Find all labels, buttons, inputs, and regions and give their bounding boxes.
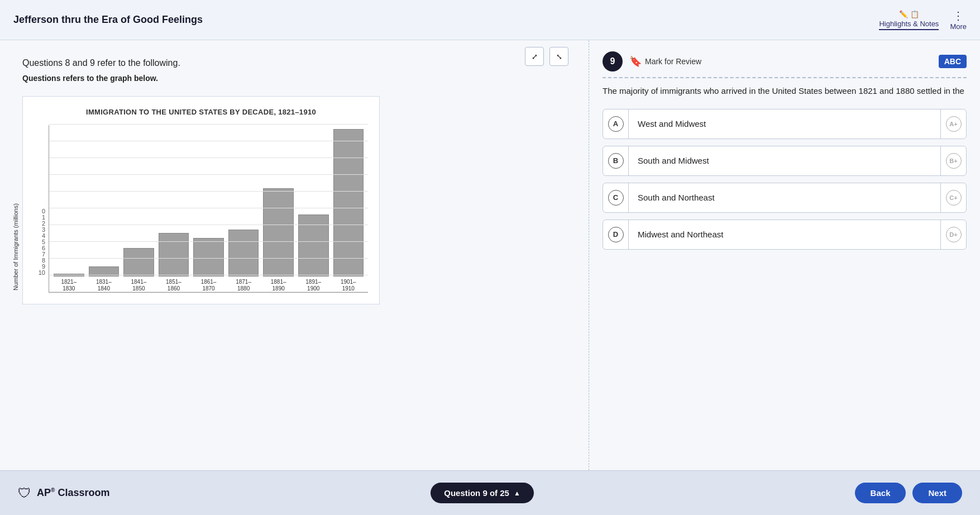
more-dots-icon: ⋮ — [953, 9, 964, 22]
answer-choice[interactable]: C South and Northeast C+ — [603, 183, 967, 213]
choice-text: South and Northeast — [629, 185, 940, 210]
bar-group: 1831–1840 — [89, 266, 119, 292]
bar — [159, 233, 189, 276]
chart-title: IMMIGRATION TO THE UNITED STATES BY DECA… — [34, 108, 368, 116]
expand-left-button[interactable]: ⤢ — [525, 47, 544, 66]
choice-circle: C — [608, 190, 624, 206]
question-header: 9 🔖 Mark for Review ABC — [603, 51, 967, 78]
mark-for-review-button[interactable]: 🔖 Mark for Review — [629, 55, 701, 68]
choice-letter-badge: A — [603, 109, 629, 139]
shield-icon: 🛡 — [18, 485, 31, 501]
choice-right-badge: A+ — [940, 109, 966, 139]
bar-group: 1861–1870 — [193, 238, 224, 292]
pencil-icon: ✏️ — [899, 10, 908, 18]
bar-label: 1821–1830 — [61, 279, 77, 292]
bar-label: 1861–1870 — [201, 279, 217, 292]
bar — [263, 188, 294, 276]
notes-icon: 📋 — [910, 10, 919, 18]
collapse-icon: ⤡ — [556, 53, 562, 61]
footer-buttons: Back Next — [855, 483, 962, 503]
bar-group: 1821–1830 — [54, 274, 84, 292]
choice-circle: D — [608, 227, 624, 242]
bar-group: 1851–1860 — [159, 233, 189, 292]
choice-letter-badge: B — [603, 146, 629, 175]
bar-group: 1891–1900 — [298, 214, 329, 292]
choice-circle: A — [608, 116, 624, 132]
choice-text: West and Midwest — [629, 111, 940, 136]
abc-badge: ABC — [939, 55, 967, 68]
bar — [54, 274, 84, 276]
question-number-badge: 9 — [603, 51, 623, 71]
page-title: Jefferson thru the Era of Good Feelings — [13, 14, 203, 26]
right-panel: 9 🔖 Mark for Review ABC The majority of … — [589, 40, 980, 470]
expand-icon: ⤢ — [532, 53, 538, 61]
choice-text: Midwest and Northeast — [629, 222, 940, 247]
answer-choice[interactable]: D Midwest and Northeast D+ — [603, 220, 967, 250]
ap-logo: 🛡 AP® Classroom — [18, 485, 109, 501]
bar-label: 1891–1900 — [305, 279, 321, 292]
answer-choice[interactable]: A West and Midwest A+ — [603, 109, 967, 139]
choice-circle: B — [608, 153, 624, 169]
left-panel: ⤢ ⤡ Questions 8 and 9 refer to the follo… — [0, 40, 589, 470]
circle-letter-right: A+ — [946, 116, 962, 132]
y-axis-label: Number of Immigrants (millions) — [0, 40, 31, 454]
bar-label: 1831–1840 — [96, 279, 112, 292]
circle-letter-right: D+ — [946, 227, 962, 242]
bar — [89, 266, 119, 276]
back-button[interactable]: Back — [855, 483, 906, 503]
chevron-up-icon: ▲ — [514, 489, 520, 497]
bar — [123, 248, 154, 276]
chart-container: IMMIGRATION TO THE UNITED STATES BY DECA… — [22, 96, 380, 304]
bar — [228, 230, 259, 276]
bar-label: 1851–1860 — [166, 279, 181, 292]
choice-right-badge: C+ — [940, 183, 966, 212]
next-button[interactable]: Next — [912, 483, 962, 503]
passage-subtext: Questions refers to the graph below. — [22, 74, 566, 83]
highlights-notes-button[interactable]: ✏️ 📋 Highlights & Notes — [879, 10, 939, 30]
bar-group: 1881–1890 — [263, 188, 294, 292]
header-actions: ✏️ 📋 Highlights & Notes ⋮ More — [879, 9, 967, 31]
question-nav-button[interactable]: Question 9 of 25 ▲ — [431, 483, 534, 503]
bar — [333, 129, 364, 276]
footer: 🛡 AP® Classroom Question 9 of 25 ▲ Back … — [0, 470, 980, 515]
choice-right-badge: B+ — [940, 146, 966, 175]
mark-for-review-label: Mark for Review — [645, 57, 701, 66]
ap-classroom-text: AP® Classroom — [37, 487, 109, 499]
question-text: The majority of immigrants who arrived i… — [603, 85, 967, 98]
choice-letter-badge: D — [603, 220, 629, 249]
bar-label: 1901–1910 — [341, 279, 356, 292]
circle-letter-right: C+ — [946, 190, 962, 206]
main-content: ⤢ ⤡ Questions 8 and 9 refer to the follo… — [0, 40, 980, 470]
bar-label: 1841–1850 — [131, 279, 147, 292]
bar-chart: 1821–18301831–18401841–18501851–18601861… — [49, 125, 368, 293]
collapse-button[interactable]: ⤡ — [549, 47, 568, 66]
bar — [298, 214, 329, 276]
bar-label: 1881–1890 — [271, 279, 286, 292]
bar-group: 1901–1910 — [333, 129, 364, 292]
bar-group: 1871–1880 — [228, 230, 259, 292]
choice-letter-badge: C — [603, 183, 629, 212]
choice-text: South and Midwest — [629, 148, 940, 173]
bar-label: 1871–1880 — [236, 279, 251, 292]
circle-letter-right: B+ — [946, 153, 962, 169]
more-button[interactable]: ⋮ More — [950, 9, 967, 31]
bar-group: 1841–1850 — [123, 248, 154, 292]
y-axis-ticks: 10 9 8 7 6 5 4 3 2 1 0 — [34, 208, 45, 293]
answer-choices: A West and Midwest A+ B South and Midwes… — [603, 109, 967, 250]
passage-intro: Questions 8 and 9 refer to the following… — [22, 58, 566, 68]
question-nav-label: Question 9 of 25 — [444, 488, 509, 498]
bar — [193, 238, 224, 276]
choice-right-badge: D+ — [940, 220, 966, 249]
header: Jefferson thru the Era of Good Feelings … — [0, 0, 980, 40]
answer-choice[interactable]: B South and Midwest B+ — [603, 146, 967, 176]
bookmark-icon: 🔖 — [629, 55, 642, 68]
